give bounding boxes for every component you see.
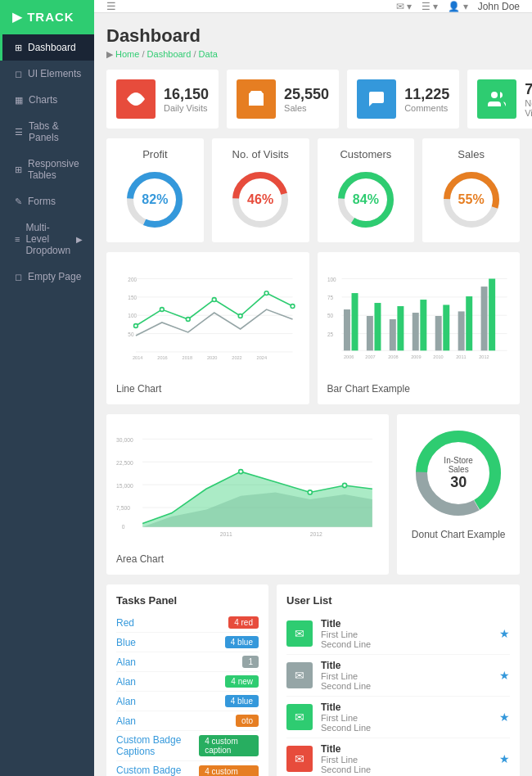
user-line2-3: Second Line xyxy=(321,723,499,733)
user-line2-4: Second Line xyxy=(321,765,499,774)
donut-label-customers: 84% xyxy=(353,192,379,207)
task-item: Alan 4 blue xyxy=(116,692,259,711)
sidebar-item-empty[interactable]: ◻ Empty Page xyxy=(0,264,94,290)
donut-center-text: In-Store Sales xyxy=(434,456,483,474)
task-item: Custom Badge Captions 4 custom caption xyxy=(116,761,259,776)
sidebar-label-dropdown: Multi-Level Dropdown xyxy=(25,222,70,256)
topnav: ☰ ✉ ▾ ☰ ▾ 👤 ▾ John Doe xyxy=(94,0,532,13)
task-label-1: Red xyxy=(116,617,134,629)
donut-wrap-visits: 46% xyxy=(228,167,293,232)
task-item: Blue 4 blue xyxy=(116,633,259,652)
sidebar-item-forms[interactable]: ✎ Forms xyxy=(0,188,94,214)
stat-card-comments: 11,225 Comments xyxy=(347,70,459,129)
svg-text:2008: 2008 xyxy=(388,354,398,359)
line-chart-svg: 200 150 100 50 xyxy=(116,262,300,377)
stat-label-sales: Sales xyxy=(284,103,329,113)
sidebar-item-tables[interactable]: ⊞ Responsive Tables xyxy=(0,151,94,188)
svg-marker-74 xyxy=(142,471,372,527)
user-star-1: ★ xyxy=(499,627,510,640)
tables-icon: ⊞ xyxy=(15,165,22,175)
breadcrumb: ▶ Home / Dashboard / Data xyxy=(106,49,520,60)
sidebar-item-charts[interactable]: ▦ Charts xyxy=(0,87,94,113)
user-star-4: ★ xyxy=(499,752,510,765)
task-badge-7: 4 custom caption xyxy=(199,735,259,756)
sidebar-item-dashboard[interactable]: ⊞ Dashboard xyxy=(0,34,94,61)
svg-point-20 xyxy=(134,324,138,328)
stat-num-novisits: 72,525 xyxy=(525,81,532,98)
user-line2-2: Second Line xyxy=(321,681,499,691)
donut-chart-title: Donut Chart Example xyxy=(407,529,510,540)
empty-icon: ◻ xyxy=(15,272,22,282)
donut-center-value: 30 xyxy=(434,474,483,491)
mail-icon[interactable]: ✉ ▾ xyxy=(396,1,412,12)
donut-label-sales: 55% xyxy=(458,192,485,207)
svg-rect-48 xyxy=(412,313,418,350)
tasks-panel: Tasks Panel Red 4 red Blue 4 blue Alan 1… xyxy=(106,584,268,776)
line-chart-title: Line Chart xyxy=(116,383,300,395)
user-icon[interactable]: 👤 ▾ xyxy=(448,1,467,12)
donut-wrap-customers: 84% xyxy=(333,167,399,232)
user-item-3: ✉ Title First Line Second Line ★ xyxy=(286,697,510,738)
user-name-4: Title xyxy=(321,743,499,755)
task-item: Alan 4 new xyxy=(116,672,259,692)
menu-toggle-icon[interactable]: ☰ xyxy=(106,0,116,12)
dashboard-icon: ⊞ xyxy=(15,43,22,53)
page-title: Dashboard xyxy=(106,25,520,47)
sidebar-item-dropdown[interactable]: ≡ Multi-Level Dropdown ▶ xyxy=(0,214,94,264)
stat-card-visits: 16,150 Daily Visits xyxy=(106,70,219,129)
donut-wrap-sales: 55% xyxy=(439,167,504,232)
svg-text:2012: 2012 xyxy=(310,531,322,537)
task-badge-5: 4 blue xyxy=(225,695,259,707)
svg-text:2006: 2006 xyxy=(343,354,353,359)
user-line1-4: First Line xyxy=(321,755,499,765)
user-line2-1: Second Line xyxy=(321,639,499,649)
area-chart-title: Area Chart xyxy=(116,553,379,565)
user-info-3: Title First Line Second Line xyxy=(321,702,499,733)
sidebar-label-empty: Empty Page xyxy=(28,271,81,282)
svg-text:0: 0 xyxy=(122,524,125,530)
content-area: Dashboard ▶ Home / Dashboard / Data 16,1… xyxy=(94,13,532,776)
user-list-panel: User List ✉ Title First Line Second Line… xyxy=(277,584,520,776)
breadcrumb-data: Data xyxy=(199,49,218,59)
sidebar-label-tabs: Tabs & Panels xyxy=(29,120,82,143)
task-label-3: Alan xyxy=(116,656,136,668)
user-name-3: Title xyxy=(321,702,499,713)
list-icon[interactable]: ☰ ▾ xyxy=(422,1,438,12)
sidebar-item-ui[interactable]: ◻ UI Elements xyxy=(0,61,94,87)
app-title: TRACK xyxy=(27,10,74,24)
task-label-5: Alan xyxy=(116,696,136,707)
stat-info-novisits: 72,525 No. of Visits xyxy=(525,81,532,118)
sidebar-label-dashboard: Dashboard xyxy=(28,42,76,53)
donut-title-sales: Sales xyxy=(432,148,510,160)
user-avatar-4: ✉ xyxy=(286,746,313,772)
task-badge-3: 1 xyxy=(242,656,259,668)
sidebar-label-charts: Charts xyxy=(29,94,57,106)
task-label-4: Alan xyxy=(116,676,136,688)
donut-card-customers: Customers 84% xyxy=(318,138,415,242)
dropdown-arrow-icon: ▶ xyxy=(76,235,83,244)
svg-rect-42 xyxy=(343,309,349,350)
svg-text:75: 75 xyxy=(327,295,334,300)
svg-text:2020: 2020 xyxy=(207,355,217,360)
user-line1-2: First Line xyxy=(321,671,499,681)
svg-text:200: 200 xyxy=(128,277,137,282)
user-star-3: ★ xyxy=(499,711,510,724)
tasks-title: Tasks Panel xyxy=(116,594,259,607)
donut-cards-row: Profit 82% No. of Visits 46% xyxy=(106,138,520,242)
svg-text:2010: 2010 xyxy=(433,354,443,359)
sidebar-item-tabs[interactable]: ☰ Tabs & Panels xyxy=(0,113,94,151)
user-item-4: ✉ Title First Line Second Line ★ xyxy=(286,738,510,776)
donut-wrap-profit: 82% xyxy=(122,167,187,232)
stat-label-visits: Daily Visits xyxy=(164,103,209,113)
stat-num-comments: 11,225 xyxy=(404,86,449,103)
svg-text:50: 50 xyxy=(327,313,334,318)
task-item: Alan oto xyxy=(116,711,259,731)
stat-info-comments: 11,225 Comments xyxy=(404,86,449,113)
tabs-icon: ☰ xyxy=(15,127,23,138)
task-badge-1: 4 red xyxy=(228,616,259,629)
user-info-1: Title First Line Second Line xyxy=(321,618,499,649)
svg-rect-45 xyxy=(374,303,381,350)
stat-card-sales: 25,550 Sales xyxy=(227,70,339,129)
user-info-2: Title First Line Second Line xyxy=(321,660,499,691)
svg-text:2009: 2009 xyxy=(411,354,421,359)
